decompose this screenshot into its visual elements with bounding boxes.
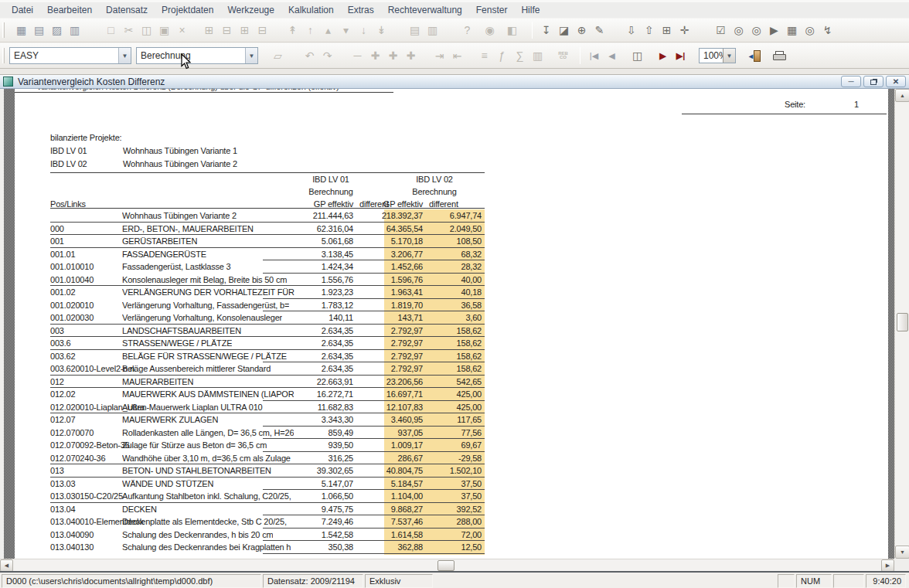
table-doc-icon[interactable]: ▦ — [783, 22, 801, 39]
copy-pages-icon[interactable]: ◫ — [628, 47, 646, 64]
printer-icon[interactable] — [771, 47, 788, 64]
sum-icon[interactable]: ∑ — [511, 47, 529, 64]
document-titlebar[interactable]: Variantenvergleich Kosten Differenz ─ ✕ — [0, 75, 909, 89]
table-row: 003LANDSCHAFTSBAUARBEITEN2.634,352.792,9… — [15, 325, 888, 338]
doc-check-icon[interactable]: ☑ — [712, 22, 730, 39]
row-description: VERLÄNGERUNG DER VORHALTEZEIT FÜR — [122, 287, 294, 297]
row-description: Konsolenausleger mit Belag, Breite bis 5… — [122, 275, 287, 284]
report-edit-icon[interactable]: ▤ — [30, 22, 48, 39]
doc-flash-icon[interactable]: ↯ — [819, 22, 836, 39]
toolbar-grip-2[interactable] — [2, 48, 5, 63]
close-preview-icon[interactable]: ◂ — [747, 47, 764, 64]
row-pos: 012.070240-36 — [50, 454, 105, 463]
search-doc-icon[interactable]: ◎ — [730, 22, 747, 39]
doc-next-icon[interactable]: ▶ — [765, 22, 783, 39]
horizontal-scrollbar[interactable]: ◀ ▶ — [0, 559, 894, 571]
row-gp-effektiv-lv01: 2.634,35 — [284, 364, 353, 373]
view-select[interactable]: EASY ▼ — [9, 47, 131, 64]
pushpin-icon[interactable]: ✛ — [676, 22, 693, 39]
search-globe-icon[interactable]: ◉ — [481, 22, 499, 39]
move-bottom-icon[interactable]: ↡ — [373, 22, 390, 39]
table-header-rule — [50, 208, 485, 209]
move-top-icon[interactable]: ↟ — [284, 22, 301, 39]
list-icon[interactable]: ≡ — [475, 47, 493, 64]
hierarchy-demote-icon[interactable]: ⊟ — [254, 22, 271, 39]
menu-item-bearbeiten[interactable]: Bearbeiten — [40, 3, 99, 17]
menu-item-kalkulation[interactable]: Kalkulation — [281, 3, 341, 17]
menu-item-projektdaten[interactable]: Projektdaten — [155, 3, 220, 17]
search-doc2-icon[interactable]: ◎ — [747, 22, 765, 39]
undo-icon[interactable]: ↶ — [301, 47, 318, 64]
image-icon[interactable]: ▨ — [48, 22, 66, 39]
menu-item-datei[interactable]: Datei — [5, 3, 40, 17]
restore-button[interactable] — [863, 76, 883, 87]
move-up-icon[interactable]: ↑ — [301, 22, 319, 39]
scroll-up-icon[interactable]: ▲ — [895, 89, 909, 102]
grid-window-icon[interactable]: ⊞ — [658, 22, 676, 39]
step-down-icon[interactable]: ▾ — [337, 22, 355, 39]
remove-row-icon[interactable]: ─ — [349, 47, 366, 64]
import-doc-icon[interactable]: ↧ — [537, 22, 555, 39]
hierarchy-promote-icon[interactable]: ⊞ — [236, 22, 254, 39]
split-window-icon[interactable]: ◧ — [503, 22, 521, 39]
hierarchy-insert-icon[interactable]: ⊞ — [200, 22, 218, 39]
row-pos: 012 — [50, 377, 64, 386]
row-description: MAUERARBEITEN — [122, 377, 193, 386]
menu-item-rechteverwaltung[interactable]: Rechteverwaltung — [381, 3, 469, 17]
print-icon[interactable]: ▥ — [424, 22, 441, 39]
zoom-select[interactable]: 100% ▼ — [699, 48, 736, 63]
assign-down-icon[interactable]: ⇩ — [622, 22, 640, 39]
nav-prev-icon[interactable]: ◀ — [603, 47, 621, 64]
row-description: Wandhöhe über 3,10 m, d=36,5 cm als Zula… — [122, 454, 291, 463]
help-icon[interactable]: ? — [458, 22, 476, 39]
nav-first-icon[interactable]: |◀ — [585, 47, 603, 64]
insert-above-icon[interactable]: ✚ — [366, 47, 384, 64]
hierarchy-list-icon[interactable]: ⊟ — [218, 22, 236, 39]
menu-item-hilfe[interactable]: Hilfe — [514, 3, 546, 17]
search-doc3-icon[interactable]: ◎ — [801, 22, 819, 39]
formula-icon[interactable]: ƒ — [493, 47, 511, 64]
scroll-left-icon[interactable]: ◀ — [0, 559, 13, 572]
menu-item-extras[interactable]: Extras — [341, 3, 381, 17]
open-report-icon[interactable]: ▱ — [269, 47, 287, 64]
step-up-icon[interactable]: ▴ — [319, 22, 337, 39]
insert-special-icon[interactable]: ✚ — [402, 47, 420, 64]
minimize-button[interactable]: ─ — [841, 76, 861, 87]
chart-icon[interactable]: ▥ — [529, 47, 546, 64]
menu-item-fenster[interactable]: Fenster — [469, 3, 515, 17]
menu-item-datensatz[interactable]: Datensatz — [99, 3, 155, 17]
chevron-down-icon[interactable]: ▼ — [245, 48, 257, 63]
toolbar-grip[interactable] — [2, 22, 5, 38]
scroll-right-icon[interactable]: ▶ — [881, 559, 894, 572]
doc-add-icon[interactable]: ⊕ — [573, 22, 591, 39]
reb-export-icon[interactable]: REBCO — [554, 47, 572, 64]
delete-icon[interactable]: × — [173, 22, 191, 39]
vertical-scrollbar-thumb[interactable] — [897, 313, 908, 331]
promote-icon[interactable]: ⇤ — [448, 47, 466, 64]
assign-up-icon[interactable]: ⇧ — [640, 22, 658, 39]
vertical-scrollbar[interactable]: ▲ ▼ — [894, 89, 909, 559]
insert-icon[interactable]: ✚ — [384, 47, 402, 64]
catalog-icon[interactable]: ▥ — [66, 22, 83, 39]
chevron-down-icon[interactable]: ▼ — [723, 49, 735, 63]
copy-icon[interactable]: ◫ — [138, 22, 155, 39]
report-picture-icon[interactable]: ▦ — [12, 22, 30, 39]
redo-icon[interactable]: ↷ — [318, 47, 336, 64]
copy-doc-icon[interactable]: ◪ — [555, 22, 573, 39]
scroll-down-icon[interactable]: ▼ — [895, 546, 909, 559]
doc-edit-icon[interactable]: ✎ — [591, 22, 608, 39]
play-icon[interactable]: ▶ — [654, 47, 672, 64]
horizontal-scrollbar-thumb[interactable] — [437, 560, 454, 571]
row-description: Schalung des Deckenrandes bei Kragplatte… — [122, 542, 291, 552]
preview-window-icon[interactable]: ▤ — [406, 22, 424, 39]
close-button[interactable]: ✕ — [886, 76, 906, 87]
new-document-icon[interactable]: □ — [102, 22, 120, 39]
play-end-icon[interactable]: ▶| — [672, 47, 689, 64]
paste-icon[interactable]: ▣ — [155, 22, 173, 39]
demote-icon[interactable]: ⇥ — [431, 47, 448, 64]
cut-icon[interactable]: ✂ — [120, 22, 138, 39]
report-select[interactable]: Berechnung ▼ — [136, 47, 258, 64]
chevron-down-icon[interactable]: ▼ — [118, 48, 131, 63]
move-down-icon[interactable]: ↓ — [355, 22, 373, 39]
menu-item-werkzeuge[interactable]: Werkzeuge — [220, 3, 281, 17]
